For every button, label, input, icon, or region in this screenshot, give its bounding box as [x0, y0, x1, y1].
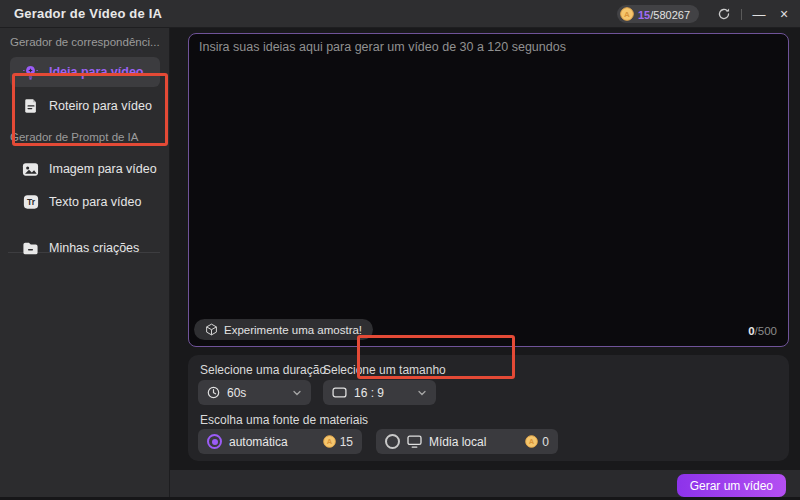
svg-text:A: A	[326, 437, 332, 446]
cost-badge: A 0	[525, 435, 549, 449]
refresh-button[interactable]	[712, 0, 736, 28]
idea-editor: Experimente uma amostra! 0/500	[188, 33, 789, 347]
try-sample-button[interactable]: Experimente uma amostra!	[194, 319, 373, 340]
coin-icon: A	[525, 435, 538, 448]
cost-value: 0	[542, 435, 549, 449]
sidebar-section-prompt: Gerador de Prompt de IA	[10, 131, 138, 143]
text-icon: Tr	[22, 194, 39, 211]
chevron-down-icon	[292, 388, 302, 398]
cube-icon	[205, 323, 218, 336]
source-option-label: Mídia local	[429, 435, 486, 449]
sidebar-item-label: Minhas criações	[49, 241, 139, 255]
duration-label: Selecione uma duração	[200, 363, 326, 377]
chevron-down-icon	[417, 388, 427, 398]
minimize-icon: —	[753, 7, 766, 22]
sidebar-item-text-to-video[interactable]: Tr Texto para vídeo	[10, 188, 160, 216]
app-title: Gerador de Vídeo de IA	[14, 0, 162, 28]
try-sample-label: Experimente uma amostra!	[224, 324, 362, 336]
refresh-icon	[717, 7, 731, 21]
app-window: Gerador de Vídeo de IA A 15/580267 — × G…	[0, 0, 800, 500]
source-option-automatic[interactable]: automática A 15	[198, 429, 362, 454]
image-icon	[22, 161, 39, 178]
svg-text:A: A	[624, 10, 630, 19]
close-button[interactable]: ×	[772, 0, 796, 28]
source-label: Escolha uma fonte de materiais	[200, 413, 368, 427]
char-limit: /500	[755, 325, 777, 337]
radio-selected-icon	[207, 434, 222, 449]
source-option-label: automática	[229, 435, 288, 449]
folder-icon	[22, 240, 39, 257]
script-icon	[22, 98, 39, 115]
sidebar-section-correspondence: Gerador de correspondênci...	[10, 36, 160, 48]
sidebar-item-label: Roteiro para vídeo	[49, 99, 152, 113]
main-panel: Experimente uma amostra! 0/500 Selecione…	[170, 28, 800, 500]
size-dropdown[interactable]: 16 : 9	[323, 380, 436, 405]
radio-unselected-icon	[385, 434, 400, 449]
coin-icon: A	[620, 7, 634, 21]
close-icon: ×	[780, 6, 788, 22]
sidebar-item-label: Texto para vídeo	[49, 195, 141, 209]
size-label: Selecione um tamanho	[323, 363, 446, 377]
titlebar-separator	[741, 9, 742, 20]
sidebar: Gerador de correspondênci... Ideia para …	[0, 28, 170, 500]
credits-used: 15	[638, 9, 650, 21]
sidebar-item-label: Imagem para vídeo	[49, 162, 157, 176]
bottom-bar: Gerar um vídeo	[170, 470, 800, 500]
sidebar-item-label: Ideia para vídeo	[49, 65, 143, 79]
title-bar: Gerador de Vídeo de IA A 15/580267 — ×	[0, 0, 800, 28]
svg-text:Tr: Tr	[27, 197, 36, 207]
settings-panel: Selecione uma duração Selecione um taman…	[188, 355, 789, 461]
generate-video-button[interactable]: Gerar um vídeo	[677, 474, 786, 497]
credits-total: /580267	[650, 9, 690, 21]
sidebar-item-my-creations[interactable]: Minhas criações	[10, 234, 160, 262]
source-option-local-media[interactable]: Mídia local A 0	[376, 429, 558, 454]
credits-badge[interactable]: A 15/580267	[617, 5, 699, 23]
idea-input[interactable]	[199, 40, 779, 310]
sidebar-item-video-idea[interactable]: Ideia para vídeo	[10, 57, 160, 87]
bulb-icon	[22, 64, 39, 81]
aspect-ratio-icon	[332, 387, 347, 398]
coin-icon: A	[323, 435, 336, 448]
char-counter: 0/500	[748, 325, 777, 337]
duration-value: 60s	[227, 386, 246, 400]
svg-text:A: A	[529, 437, 535, 446]
cost-value: 15	[340, 435, 353, 449]
sidebar-item-image-to-video[interactable]: Imagem para vídeo	[10, 155, 160, 183]
sidebar-item-video-script[interactable]: Roteiro para vídeo	[10, 92, 160, 120]
minimize-button[interactable]: —	[748, 0, 770, 28]
monitor-icon	[407, 435, 422, 448]
cost-badge: A 15	[323, 435, 353, 449]
size-value: 16 : 9	[354, 386, 384, 400]
duration-dropdown[interactable]: 60s	[198, 380, 311, 405]
clock-icon	[207, 386, 220, 399]
